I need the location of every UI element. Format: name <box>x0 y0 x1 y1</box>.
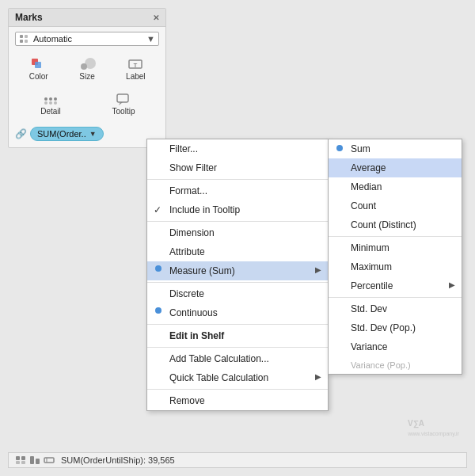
svg-rect-22 <box>30 456 34 464</box>
tooltip-icon <box>115 92 132 106</box>
menu-separator-6 <box>147 389 328 390</box>
quick-calc-arrow-icon: ▶ <box>315 372 321 381</box>
status-icon-3 <box>44 455 55 465</box>
menu-item-discrete[interactable]: Discrete <box>147 284 328 303</box>
automatic-icon <box>19 34 30 44</box>
svg-rect-24 <box>44 458 54 463</box>
menu-separator-2 <box>147 221 328 222</box>
svg-text:T: T <box>134 62 138 69</box>
svg-point-12 <box>54 97 57 101</box>
sum-pill[interactable]: SUM(Order.. ▼ <box>30 127 104 141</box>
svg-point-10 <box>44 97 48 101</box>
submenu-std-dev-pop[interactable]: Std. Dev (Pop.) <box>329 318 462 337</box>
marks-panel: Marks ✕ Automatic ▼ Color <box>8 8 166 148</box>
submenu-average[interactable]: Average <box>329 158 462 177</box>
sum-pill-text: SUM(Order.. <box>37 129 86 139</box>
svg-rect-5 <box>35 62 41 68</box>
submenu-sum[interactable]: Sum <box>329 139 462 158</box>
detail-icon <box>42 92 59 106</box>
pill-caret-icon: ▼ <box>89 130 97 138</box>
menu-item-dimension[interactable]: Dimension <box>147 223 328 242</box>
color-label: Color <box>29 72 48 81</box>
label-icon: T <box>127 57 144 71</box>
marks-label-btn[interactable]: T Label <box>112 54 159 84</box>
svg-point-15 <box>54 101 57 105</box>
marks-title-bar: Marks ✕ <box>9 9 165 27</box>
svg-rect-21 <box>21 461 25 464</box>
submenu-count[interactable]: Count <box>329 196 462 215</box>
menu-item-remove[interactable]: Remove <box>147 391 328 410</box>
submenu-std-dev[interactable]: Std. Dev <box>329 299 462 318</box>
menu-item-filter[interactable]: Filter... <box>147 139 328 158</box>
menu-separator-5 <box>147 347 328 348</box>
submenu-variance-pop[interactable]: Variance (Pop.) <box>329 356 462 374</box>
marks-type-dropdown[interactable]: Automatic ▼ <box>15 32 159 46</box>
submenu-percentile[interactable]: Percentile ▶ <box>329 276 462 295</box>
menu-item-continuous[interactable]: Continuous <box>147 303 328 322</box>
context-menu: Filter... Show Filter Format... ✓ Includ… <box>146 139 329 411</box>
menu-separator-1 <box>147 179 328 180</box>
svg-rect-18 <box>16 456 20 460</box>
svg-rect-2 <box>25 35 28 38</box>
marks-grid-row2: Detail Tooltip <box>9 87 165 124</box>
close-icon[interactable]: ✕ <box>153 13 159 22</box>
menu-separator-4 <box>147 324 328 325</box>
menu-item-include-tooltip[interactable]: ✓ Include in Tooltip <box>147 200 328 219</box>
menu-item-measure-sum[interactable]: Measure (Sum) ▶ <box>147 261 328 280</box>
submenu-count-distinct[interactable]: Count (Distinct) <box>329 215 462 234</box>
marks-size-btn[interactable]: Size <box>63 54 110 84</box>
sub-separator-2 <box>329 297 462 298</box>
marks-grid: Color Size T Label <box>9 51 165 87</box>
bullet-icon-measure <box>155 265 162 272</box>
menu-item-attribute[interactable]: Attribute <box>147 242 328 261</box>
size-label: Size <box>79 72 94 81</box>
watermark-url: www.vistacompany.ir <box>408 431 459 436</box>
svg-point-7 <box>85 58 96 69</box>
svg-rect-20 <box>16 461 20 464</box>
svg-rect-1 <box>20 40 23 43</box>
status-text: SUM(OrderUntilShip): 39,565 <box>61 455 175 465</box>
svg-point-11 <box>49 97 52 101</box>
svg-rect-23 <box>36 459 40 464</box>
status-icons <box>15 455 55 465</box>
watermark: V∑A www.vistacompany.ir <box>408 415 459 436</box>
check-icon: ✓ <box>154 204 162 215</box>
marks-detail-btn[interactable]: Detail <box>15 89 86 119</box>
dropdown-caret-icon: ▼ <box>146 34 155 44</box>
menu-item-format[interactable]: Format... <box>147 181 328 200</box>
marks-sum-bar: 🔗 SUM(Order.. ▼ <box>15 127 159 141</box>
marks-tooltip-btn[interactable]: Tooltip <box>88 89 159 119</box>
svg-rect-0 <box>20 35 23 38</box>
link-icon: 🔗 <box>15 128 27 139</box>
status-bar: SUM(OrderUntilShip): 39,565 <box>8 452 467 468</box>
sub-menu: Sum Average Median Count Count (Distinct… <box>328 139 462 375</box>
marks-dropdown-label: Automatic <box>33 34 72 44</box>
submenu-variance[interactable]: Variance <box>329 337 462 356</box>
size-icon <box>78 57 96 71</box>
svg-point-13 <box>44 101 48 105</box>
tooltip-label: Tooltip <box>112 107 135 116</box>
status-icon-2 <box>29 455 40 465</box>
menu-separator-3 <box>147 282 328 283</box>
menu-item-add-table-calc[interactable]: Add Table Calculation... <box>147 349 328 368</box>
menu-item-show-filter[interactable]: Show Filter <box>147 158 328 177</box>
svg-rect-19 <box>21 456 25 460</box>
submenu-maximum[interactable]: Maximum <box>329 257 462 276</box>
percentile-arrow-icon: ▶ <box>449 280 455 289</box>
marks-color-btn[interactable]: Color <box>15 54 62 84</box>
submenu-minimum[interactable]: Minimum <box>329 238 462 257</box>
sub-separator-1 <box>329 236 462 237</box>
submenu-median[interactable]: Median <box>329 177 462 196</box>
svg-point-14 <box>49 101 52 105</box>
submenu-arrow-icon: ▶ <box>315 265 321 274</box>
color-icon <box>30 57 48 71</box>
menu-item-edit-shelf[interactable]: Edit in Shelf <box>147 326 328 345</box>
svg-rect-16 <box>117 94 128 102</box>
svg-rect-3 <box>25 40 28 43</box>
label-label: Label <box>126 72 145 81</box>
detail-label: Detail <box>40 107 61 116</box>
svg-text:V∑A: V∑A <box>408 419 424 428</box>
marks-title: Marks <box>15 12 43 23</box>
bullet-icon-sum <box>336 145 343 151</box>
menu-item-quick-table-calc[interactable]: Quick Table Calculation ▶ <box>147 368 328 387</box>
